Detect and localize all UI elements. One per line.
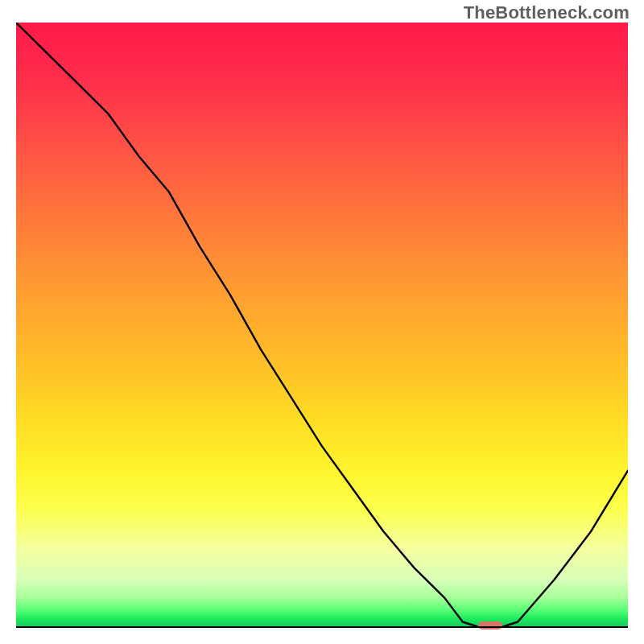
bottleneck-curve — [16, 23, 628, 628]
plot-area — [16, 23, 628, 628]
optimum-marker — [478, 621, 502, 630]
x-axis — [16, 626, 628, 628]
watermark-text: TheBottleneck.com — [464, 2, 630, 23]
chart-container: TheBottleneck.com — [0, 0, 644, 644]
